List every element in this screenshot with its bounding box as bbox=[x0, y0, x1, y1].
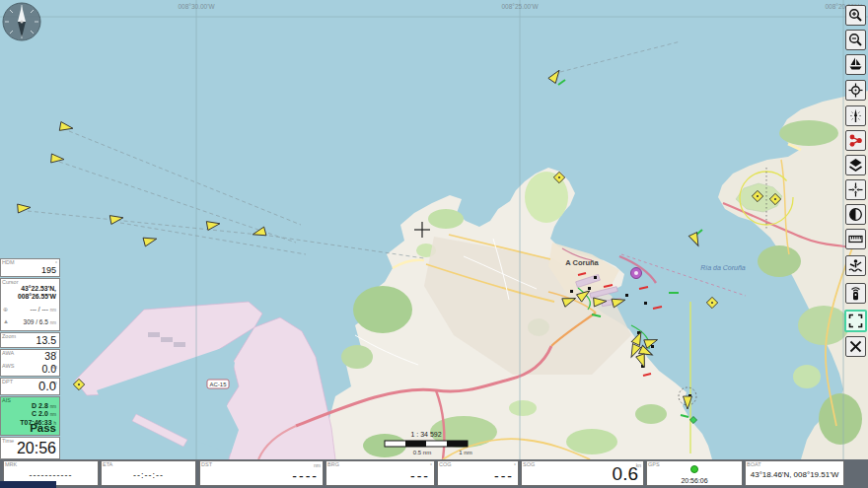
instrument-depth[interactable]: DPT m 0.0 bbox=[0, 378, 60, 395]
measure-button[interactable] bbox=[845, 229, 866, 249]
remote-button[interactable] bbox=[845, 283, 866, 304]
status-unit: ° bbox=[514, 462, 516, 468]
instrument-label: Time bbox=[2, 438, 14, 444]
status-label: ETA bbox=[103, 461, 112, 467]
mob-icon bbox=[848, 258, 863, 273]
instrument-cursor[interactable]: Cursor 43°22.53'N, 008°26.55'W ⊕ --- / -… bbox=[0, 278, 60, 331]
grid-lon-label-1: 008°30.00'W bbox=[178, 3, 215, 10]
sailboat-icon bbox=[848, 57, 863, 72]
statusbox-brg[interactable]: BRG ° --- bbox=[326, 460, 435, 486]
zoom-out-button[interactable] bbox=[845, 30, 866, 50]
layers-button[interactable] bbox=[845, 155, 866, 175]
statusbox-sog[interactable]: SOG kn 0.6 bbox=[521, 460, 644, 486]
chartplotter-app: 008°30.00'W 008°25.00'W 008°20.00'W bbox=[0, 0, 868, 488]
city-label: A Coruña bbox=[565, 258, 599, 267]
fullscreen-icon bbox=[848, 314, 863, 328]
instrument-time[interactable]: Time 20:56 bbox=[0, 437, 60, 459]
instrument-value: 195 bbox=[41, 265, 56, 275]
instrument-value: 0.0 bbox=[38, 379, 56, 393]
instrument-label: DPT bbox=[2, 379, 13, 384]
svg-text:AC-15: AC-15 bbox=[209, 382, 227, 387]
water-label: Ría da Coruña bbox=[700, 264, 746, 271]
boat-icon: ▲ bbox=[3, 318, 9, 324]
marina-symbol-dot bbox=[634, 271, 638, 275]
close-icon bbox=[848, 339, 863, 354]
statusbox-cog[interactable]: COG ° --- bbox=[437, 460, 519, 486]
map-canvas[interactable]: 008°30.00'W 008°25.00'W 008°20.00'W bbox=[0, 0, 868, 488]
instrument-label: Cursor bbox=[2, 279, 19, 285]
instrument-wind[interactable]: AWA ° 38 AWS kn 0.0 bbox=[0, 349, 60, 377]
status-label: BOAT bbox=[747, 461, 761, 467]
status-value: --:--:-- bbox=[102, 470, 195, 480]
statusbox-gps[interactable]: GPS 20:56:06 bbox=[646, 460, 743, 486]
ruler-icon bbox=[848, 232, 863, 246]
gps-fix-indicator bbox=[690, 465, 698, 473]
status-value: 0.6 bbox=[613, 463, 638, 485]
status-label: SOG bbox=[523, 461, 535, 467]
compass-button[interactable] bbox=[845, 105, 866, 126]
status-value: --- bbox=[410, 468, 430, 484]
layers-icon bbox=[848, 158, 863, 173]
share-targets-icon bbox=[848, 133, 863, 148]
ais-status: Pass bbox=[30, 422, 56, 434]
share-targets-button[interactable] bbox=[845, 130, 866, 151]
instrument-label: AIS bbox=[2, 397, 11, 403]
road-shield: AC-15 bbox=[207, 380, 229, 388]
compass-rose[interactable] bbox=[3, 3, 40, 40]
statusbox-dst[interactable]: DST nm ---- bbox=[199, 460, 324, 486]
zoom-in-icon bbox=[848, 8, 863, 23]
zoom-in-button[interactable] bbox=[845, 5, 866, 26]
zoom-out-icon bbox=[848, 33, 863, 47]
close-button[interactable] bbox=[845, 336, 866, 357]
gps-time: 20:56:06 bbox=[647, 477, 742, 484]
status-unit: ° bbox=[430, 462, 432, 468]
waypoint-icon: ⊕ bbox=[3, 306, 8, 313]
status-label: MRK bbox=[5, 461, 17, 467]
instrument-value: 20:56 bbox=[17, 440, 56, 457]
status-value: --- bbox=[494, 468, 514, 484]
grid-lon-label-2: 008°25.00'W bbox=[501, 3, 539, 10]
status-label: GPS bbox=[648, 461, 660, 467]
status-label: BRG bbox=[327, 461, 339, 467]
instrument-value: 13.5 bbox=[36, 334, 56, 346]
ais-cpa: C 2.0 nm bbox=[32, 410, 56, 417]
scale-half-label: 0.5 nm bbox=[413, 450, 431, 455]
instrument-label: Zoom bbox=[2, 333, 16, 339]
instrument-zoom[interactable]: Zoom 13.5 bbox=[0, 332, 60, 348]
remote-icon bbox=[848, 286, 863, 301]
own-ship-button[interactable] bbox=[845, 54, 866, 75]
cursor-lat: 43°22.53'N, bbox=[21, 285, 56, 292]
mob-button[interactable] bbox=[845, 255, 866, 276]
contrast-icon bbox=[848, 207, 863, 222]
instrument-value: 38 bbox=[44, 350, 56, 362]
instrument-label: AWS bbox=[2, 363, 14, 369]
cursor-lon: 008°26.55'W bbox=[18, 293, 56, 300]
status-bar: MRK ----------- ETA --:--:-- DST nm ----… bbox=[0, 459, 868, 488]
position-icon bbox=[848, 83, 863, 98]
cursor-bearing-row: ▲ 309 / 6.5 nm bbox=[3, 318, 56, 325]
status-label: COG bbox=[439, 461, 452, 467]
compass-needle-icon bbox=[848, 108, 863, 123]
status-value: ---- bbox=[292, 468, 319, 484]
statusbox-eta[interactable]: ETA --:--:-- bbox=[101, 460, 196, 486]
scale-ratio: 1 : 34 592 bbox=[410, 431, 441, 438]
fullscreen-button[interactable] bbox=[844, 310, 867, 332]
status-label: DST bbox=[201, 461, 212, 467]
contrast-button[interactable] bbox=[845, 204, 866, 225]
scale-full-label: 1 nm bbox=[459, 450, 471, 455]
instrument-hdm[interactable]: HDM ° 195 bbox=[0, 258, 60, 277]
center-view-button[interactable] bbox=[845, 179, 866, 200]
status-value: 43°18.46'N, 008°19.51'W bbox=[746, 470, 843, 479]
instrument-value: 0.0 bbox=[41, 363, 56, 375]
ais-distance: D 2.8 nm bbox=[32, 402, 56, 409]
instrument-label: HDM bbox=[2, 259, 15, 265]
instrument-ais[interactable]: AIS D 2.8 nm C 2.0 nm T07:46:33 h Pass bbox=[0, 396, 60, 436]
center-arrows-icon bbox=[848, 182, 863, 197]
status-value: ----------- bbox=[4, 470, 98, 480]
instrument-label: AWA bbox=[2, 350, 14, 356]
statusbox-boat[interactable]: BOAT 43°18.46'N, 008°19.51'W bbox=[745, 460, 844, 486]
cursor-waypoint-row: ⊕ --- / --- nm bbox=[3, 306, 56, 313]
partial-panel bbox=[0, 481, 56, 488]
position-button[interactable] bbox=[845, 80, 866, 101]
